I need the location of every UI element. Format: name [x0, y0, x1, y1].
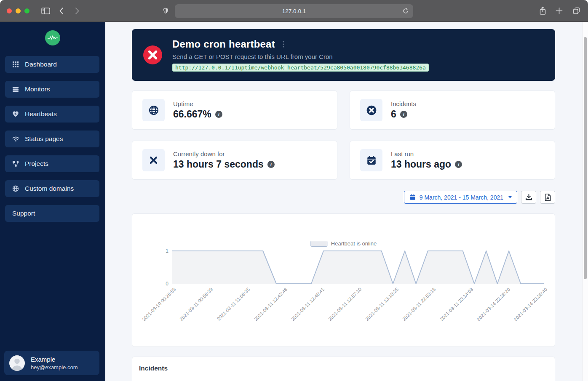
globe-icon [12, 185, 19, 192]
webhook-url[interactable]: http://127.0.0.1/11uptime/webhook-heartb… [172, 64, 429, 72]
stat-card-incidents: Incidents 6i [350, 91, 555, 130]
page-title: Demo cron heartbeat [172, 38, 275, 50]
sidebar-item-label: Heartbeats [25, 110, 57, 118]
y-axis-tick: 0 [157, 280, 168, 287]
browser-window: 127.0.0.1 Dashboard [0, 0, 588, 381]
stat-label: Currently down for [173, 150, 275, 157]
close-window-button[interactable] [7, 8, 12, 13]
export-pdf-button[interactable] [540, 191, 555, 204]
heartbeat-chart-card: Heartbeat is online 1 0 2021-03-10 00:28… [132, 213, 555, 347]
heartbeat-area-chart [172, 250, 544, 285]
x-circle-icon [360, 99, 382, 121]
date-range-button[interactable]: 9 March, 2021 - 15 March, 2021 [404, 191, 517, 204]
download-button[interactable] [521, 191, 536, 204]
info-icon[interactable]: i [267, 161, 275, 168]
sidebar-item-label: Dashboard [25, 61, 57, 68]
wifi-icon [12, 136, 19, 142]
scrollbar-thumb[interactable] [584, 37, 587, 279]
chevron-down-icon [508, 196, 512, 198]
grid-icon [12, 61, 19, 68]
sidebar-item-label: Support [12, 210, 35, 217]
stat-card-currently-down: Currently down for 13 hours 7 secondsi [132, 141, 337, 180]
status-down-icon [143, 45, 162, 66]
incidents-card: Incidents [132, 357, 555, 381]
window-controls [7, 8, 29, 13]
stats-grid: Uptime 66.667%i Incidents 6i [132, 91, 555, 180]
date-range-label: 9 March, 2021 - 15 March, 2021 [420, 194, 503, 201]
legend-swatch [310, 241, 327, 247]
sidebar-item-dashboard[interactable]: Dashboard [5, 56, 99, 73]
stat-value: 6 [391, 109, 396, 120]
hero-subtitle: Send a GET or POST request to this URL f… [172, 53, 429, 60]
stat-label: Uptime [173, 100, 222, 107]
sidebar-item-projects[interactable]: Projects [5, 155, 99, 172]
x-icon [142, 149, 165, 171]
list-icon [12, 86, 19, 93]
sidebar-item-label: Monitors [25, 85, 50, 93]
kebab-menu-icon[interactable] [283, 41, 284, 48]
chart-toolbar: 9 March, 2021 - 15 March, 2021 [132, 191, 555, 204]
minimize-window-button[interactable] [16, 8, 21, 13]
new-tab-icon[interactable] [556, 7, 563, 14]
chart-legend[interactable]: Heartbeat is online [310, 240, 377, 247]
pdf-file-icon [545, 194, 551, 201]
privacy-shield-icon[interactable] [163, 7, 169, 15]
sidebar-item-label: Custom domains [25, 185, 74, 192]
stat-label: Last run [391, 150, 462, 157]
globe-icon [142, 99, 165, 121]
zoom-window-button[interactable] [24, 8, 29, 13]
user-profile[interactable]: Example hey@example.com [4, 351, 99, 375]
info-icon[interactable]: i [215, 111, 222, 118]
heart-pulse-icon [12, 111, 19, 117]
user-name: Example [31, 356, 78, 363]
share-icon[interactable] [539, 6, 546, 15]
app-logo[interactable] [45, 30, 60, 45]
stat-card-uptime: Uptime 66.667%i [132, 91, 337, 130]
user-email: hey@example.com [31, 364, 78, 370]
address-bar[interactable]: 127.0.0.1 [175, 4, 413, 18]
scrollbar-track[interactable] [583, 22, 588, 381]
stat-label: Incidents [391, 100, 416, 107]
y-axis-tick: 1 [157, 248, 168, 254]
sidebar-item-label: Status pages [25, 135, 63, 143]
stat-value: 13 hours 7 seconds [173, 159, 264, 170]
heartbeat-logo-icon [47, 35, 58, 41]
sidebar-item-monitors[interactable]: Monitors [5, 81, 99, 98]
back-icon[interactable] [59, 7, 64, 15]
address-bar-url: 127.0.0.1 [282, 8, 306, 14]
info-icon[interactable]: i [400, 111, 407, 118]
download-icon [525, 194, 532, 201]
stat-card-last-run: Last run 13 hours agoi [350, 141, 555, 180]
sidebar-item-support[interactable]: Support [5, 205, 99, 222]
info-icon[interactable]: i [455, 161, 462, 168]
tab-overview-icon[interactable] [572, 7, 580, 15]
sidebar-item-custom-domains[interactable]: Custom domains [5, 180, 99, 197]
calendar-icon [409, 194, 416, 200]
main-content: Demo cron heartbeat Send a GET or POST r… [105, 22, 588, 381]
forward-icon[interactable] [75, 7, 80, 15]
sidebar-nav: Dashboard Monitors Heartbeats Status pag… [0, 56, 105, 222]
sidebar-toggle-icon[interactable] [41, 7, 50, 15]
sidebar-item-heartbeats[interactable]: Heartbeats [5, 106, 99, 123]
sidebar-item-label: Projects [25, 160, 48, 168]
refresh-icon[interactable] [402, 8, 409, 16]
heartbeat-header-card: Demo cron heartbeat Send a GET or POST r… [132, 29, 555, 81]
stat-value: 66.667% [173, 109, 211, 120]
sitemap-icon [12, 160, 19, 167]
sidebar-item-status-pages[interactable]: Status pages [5, 131, 99, 147]
stat-value: 13 hours ago [391, 159, 451, 170]
avatar [9, 355, 25, 371]
browser-toolbar: 127.0.0.1 [0, 0, 588, 22]
legend-label: Heartbeat is online [331, 240, 377, 247]
sidebar: Dashboard Monitors Heartbeats Status pag… [0, 22, 105, 381]
incidents-section-title: Incidents [139, 365, 548, 372]
calendar-check-icon [360, 149, 382, 171]
